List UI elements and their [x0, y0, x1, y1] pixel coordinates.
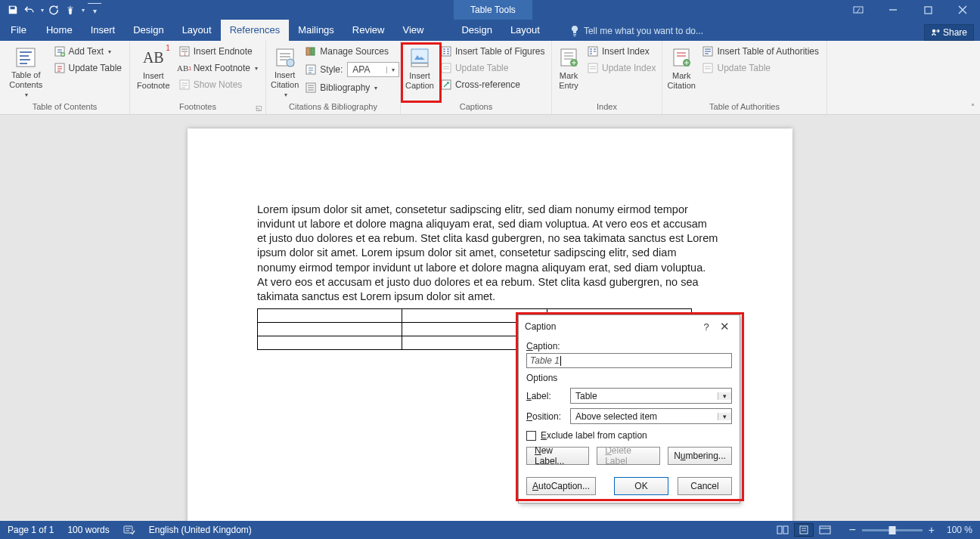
autocaption-button[interactable]: AutoCaption...	[526, 477, 596, 495]
table-of-contents-button[interactable]: Table of Contents ▾	[5, 44, 48, 98]
mark-entry-button[interactable]: Mark Entry	[557, 44, 581, 98]
document-area[interactable]: Lorem ipsum dolor sit amet, consetetur s…	[0, 115, 980, 521]
dialog-launcher-icon[interactable]: ◱	[256, 104, 262, 112]
ribbon-display-options-icon[interactable]	[841, 0, 876, 20]
read-mode-icon[interactable]	[773, 523, 792, 537]
tab-home[interactable]: Home	[37, 20, 82, 41]
bibliography-button[interactable]: Bibliography▾	[302, 80, 402, 95]
update-index-button[interactable]: Update Index	[584, 60, 659, 76]
update-captions-table-button[interactable]: Update Table	[437, 60, 548, 76]
new-label-button[interactable]: New Label...	[526, 447, 589, 465]
save-icon[interactable]	[6, 3, 20, 17]
touch-mode-icon[interactable]	[64, 3, 77, 17]
tab-review[interactable]: Review	[343, 20, 394, 41]
update-toa-button[interactable]: Update Table	[699, 60, 822, 76]
collapse-ribbon-icon[interactable]: ˄	[965, 41, 980, 114]
insert-endnote-button[interactable]: i Insert Endnote	[175, 44, 261, 59]
mark-entry-icon	[557, 45, 581, 70]
insert-citation-button[interactable]: Insert Citation ▾	[271, 44, 299, 98]
tab-insert[interactable]: Insert	[82, 20, 125, 41]
style-selector[interactable]: Style: APA ▾	[302, 60, 402, 79]
exclude-label-checkbox[interactable]: Exclude label from caption	[526, 430, 732, 441]
undo-icon[interactable]	[23, 3, 36, 17]
view-buttons	[773, 523, 835, 537]
manage-sources-button[interactable]: Manage Sources	[302, 44, 402, 59]
add-text-button[interactable]: Add Text▾	[51, 44, 126, 59]
help-button[interactable]: ?	[697, 321, 715, 333]
insert-index-icon	[587, 45, 599, 57]
status-word-count[interactable]: 100 words	[67, 525, 109, 535]
tab-references[interactable]: References	[221, 20, 289, 41]
redo-icon[interactable]	[47, 3, 60, 17]
zoom-slider[interactable]	[862, 529, 923, 531]
endnote-icon: i	[178, 45, 191, 57]
chevron-down-icon[interactable]: ▾	[718, 413, 731, 420]
close-button[interactable]	[945, 0, 980, 20]
show-notes-icon	[178, 79, 191, 91]
insert-index-button[interactable]: Insert Index	[584, 44, 659, 59]
position-combo[interactable]: Above selected item ▾	[570, 408, 732, 424]
checkbox-icon[interactable]	[526, 431, 536, 441]
mark-citation-label: Mark Citation	[668, 71, 696, 91]
tab-view[interactable]: View	[393, 20, 433, 41]
update-table-icon	[54, 62, 66, 74]
tell-me-placeholder: Tell me what you want to do...	[584, 26, 703, 36]
cross-reference-button[interactable]: Cross-reference	[437, 77, 548, 92]
insert-caption-button[interactable]: Insert Caption	[405, 44, 434, 98]
insert-footnote-button[interactable]: AB1 Insert Footnote	[135, 44, 172, 98]
ok-button[interactable]: OK	[614, 477, 668, 495]
caption-input[interactable]: Table 1	[526, 353, 732, 368]
zoom-in-button[interactable]: +	[929, 524, 935, 536]
status-page[interactable]: Page 1 of 1	[8, 525, 54, 535]
svg-rect-1	[854, 7, 863, 13]
tab-file[interactable]: File	[0, 20, 37, 41]
show-notes-button[interactable]: Show Notes	[175, 77, 261, 92]
slider-thumb-icon[interactable]	[889, 526, 895, 534]
zoom-level[interactable]: 100 %	[947, 525, 972, 535]
body-paragraph[interactable]: Lorem ipsum dolor sit amet, consetetur s…	[257, 203, 718, 304]
cancel-button[interactable]: Cancel	[678, 477, 732, 495]
delete-label-button[interactable]: Delete Label	[597, 447, 660, 465]
chevron-down-icon[interactable]: ▾	[718, 392, 731, 400]
maximize-button[interactable]	[910, 0, 945, 20]
toc-icon	[14, 45, 38, 69]
svg-rect-0	[69, 8, 72, 14]
update-toc-button[interactable]: Update Table	[51, 60, 126, 76]
group-label-citations: Citations & Bibliography	[266, 101, 400, 114]
tell-me-search[interactable]: Tell me what you want to do...	[570, 21, 703, 41]
svg-rect-20	[442, 64, 451, 73]
style-combo[interactable]: APA ▾	[347, 62, 399, 77]
numbering-button[interactable]: Numbering...	[668, 447, 732, 465]
tab-mailings[interactable]: Mailings	[289, 20, 343, 41]
add-text-label: Add Text	[69, 46, 104, 57]
manage-sources-label: Manage Sources	[320, 46, 389, 57]
svg-rect-32	[783, 526, 788, 534]
mark-citation-button[interactable]: Mark Citation	[667, 44, 696, 98]
chevron-down-icon[interactable]: ▾	[386, 67, 399, 73]
manage-sources-icon	[305, 45, 317, 57]
insert-table-of-figures-button[interactable]: Insert Table of Figures	[437, 44, 548, 59]
print-layout-icon[interactable]	[794, 523, 814, 537]
close-icon[interactable]: ✕	[715, 320, 733, 333]
group-label-footnotes: Footnotes◱	[130, 101, 265, 114]
tab-design[interactable]: Design	[124, 20, 172, 41]
qat-customize-icon[interactable]: ▾	[88, 3, 101, 17]
group-label-index: Index	[552, 101, 662, 114]
style-label: Style:	[320, 64, 343, 75]
touch-dropdown-icon[interactable]: ▾	[82, 7, 85, 14]
spellcheck-icon[interactable]	[123, 525, 135, 535]
share-button[interactable]: Share	[924, 24, 974, 41]
zoom-out-button[interactable]: −	[848, 523, 855, 537]
undo-dropdown-icon[interactable]: ▾	[41, 7, 44, 14]
insert-toa-button[interactable]: Insert Table of Authorities	[699, 44, 822, 59]
web-layout-icon[interactable]	[815, 523, 835, 537]
status-language[interactable]: English (United Kingdom)	[149, 525, 252, 535]
tof-label: Insert Table of Figures	[455, 46, 545, 57]
dialog-titlebar[interactable]: Caption ? ✕	[519, 315, 740, 338]
tab-contextual-design[interactable]: Design	[452, 20, 501, 41]
tab-layout[interactable]: Layout	[173, 20, 221, 41]
next-footnote-button[interactable]: AB1 Next Footnote▾	[175, 60, 261, 76]
tab-contextual-layout[interactable]: Layout	[501, 20, 549, 41]
label-combo[interactable]: Table ▾	[570, 388, 732, 404]
minimize-button[interactable]	[876, 0, 910, 20]
